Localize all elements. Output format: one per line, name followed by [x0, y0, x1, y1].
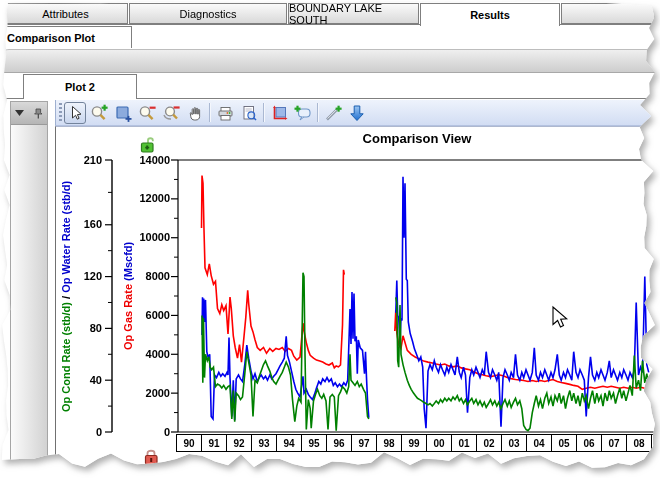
liquid-axis-tick-label: 0: [58, 426, 102, 439]
collapsed-panel-band: [0, 49, 660, 73]
liquid-axis-tick-label: 160: [58, 218, 102, 231]
unlocked-icon[interactable]: [140, 135, 157, 155]
cond-rate-axis-label: Op Cond Rate (stb/d): [60, 302, 72, 412]
pin-icon[interactable]: [33, 108, 43, 119]
collapsed-side-panel[interactable]: [10, 101, 48, 466]
annotation-bubble-icon: [294, 105, 312, 122]
zoom-in-icon: [90, 104, 108, 122]
pan-button[interactable]: [184, 102, 206, 124]
zoom-previous-icon: [162, 104, 180, 122]
locked-icon[interactable]: [143, 448, 160, 466]
toolbar-grip[interactable]: [59, 103, 62, 123]
zoom-out-icon: [138, 104, 156, 122]
printer-icon: [217, 105, 234, 122]
print-preview-button[interactable]: [238, 102, 260, 124]
year-tick-label: 92: [227, 435, 252, 451]
year-tick-label: 09: [652, 435, 657, 451]
add-annotation-button[interactable]: [292, 102, 314, 124]
liquid-axis-tick-label: 210: [58, 154, 102, 167]
pointer-tool-button[interactable]: [64, 102, 86, 124]
year-tick-label: 95: [302, 435, 327, 451]
pointer-icon: [67, 105, 83, 121]
zoom-previous-button[interactable]: [160, 102, 182, 124]
liquid-axis-tick-label: 40: [58, 374, 102, 387]
gas-axis-tick-label: 12000: [126, 192, 170, 205]
year-tick-label: 00: [427, 435, 452, 451]
tab-plot-2[interactable]: Plot 2: [23, 74, 137, 99]
plot-canvas[interactable]: [55, 126, 660, 470]
liquid-axis-title: Op Cond Rate (stb/d) / Op Water Rate (st…: [60, 160, 72, 432]
add-line-icon: [324, 105, 342, 122]
tab-diagnostics[interactable]: Diagnostics: [129, 3, 287, 24]
down-arrow-icon: [348, 104, 366, 122]
tab-label: Comparison Plot: [7, 32, 95, 44]
year-tick-label: 01: [452, 435, 477, 451]
year-tick-label: 98: [377, 435, 402, 451]
tab-comparison-plot[interactable]: Comparison Plot: [2, 26, 132, 48]
gas-axis-tick-label: 2000: [126, 387, 170, 400]
zoom-in-button[interactable]: [88, 102, 110, 124]
toolbar-separator: [263, 103, 264, 122]
print-preview-icon: [241, 105, 258, 122]
zoom-out-button[interactable]: [136, 102, 158, 124]
tab-label: Results: [470, 9, 510, 21]
print-button[interactable]: [214, 102, 236, 124]
toolbar-separator: [209, 103, 210, 122]
tab-label: Plot 2: [65, 81, 95, 93]
year-tick-label: 96: [327, 435, 352, 451]
liquid-axis-tick-label: 120: [58, 270, 102, 283]
gas-axis-tick-label: 4000: [126, 348, 170, 361]
tab-label: BOUNDARY LAKE SOUTH: [289, 2, 418, 26]
hand-icon: [187, 105, 203, 121]
zoom-box-button[interactable]: [112, 102, 134, 124]
plot-toolbar: [55, 100, 660, 126]
year-tick-label: 93: [252, 435, 277, 451]
year-tick-label: 04: [527, 435, 552, 451]
tabstrip-filler: [561, 3, 655, 24]
year-tick-label: 97: [352, 435, 377, 451]
tab-label: Diagnostics: [180, 8, 237, 20]
year-tick-label: 94: [277, 435, 302, 451]
x-axis-year-band: 9091929394959697989900010203040506070809: [176, 434, 657, 452]
year-tick-label: 05: [552, 435, 577, 451]
tab-boundary-lake-south[interactable]: BOUNDARY LAKE SOUTH: [288, 3, 419, 24]
tab-results[interactable]: Results: [420, 3, 560, 26]
gas-axis-tick-label: 6000: [126, 309, 170, 322]
tab-attributes[interactable]: Attributes: [3, 3, 128, 24]
year-tick-label: 07: [602, 435, 627, 451]
tab-label: Attributes: [42, 8, 88, 20]
year-tick-label: 03: [502, 435, 527, 451]
axis-properties-button[interactable]: [268, 102, 290, 124]
chart-title: Comparison View: [178, 131, 656, 146]
export-down-button[interactable]: [346, 102, 368, 124]
year-tick-label: 02: [477, 435, 502, 451]
gas-axis-tick-label: 8000: [126, 270, 170, 283]
year-tick-label: 90: [177, 435, 202, 451]
zoom-box-icon: [115, 105, 132, 122]
year-tick-label: 99: [402, 435, 427, 451]
collapse-arrow-icon[interactable]: [15, 110, 24, 116]
application-window: Attributes Diagnostics BOUNDARY LAKE SOU…: [0, 0, 660, 478]
side-panel-header: [11, 102, 47, 125]
liquid-axis-tick-label: 80: [58, 322, 102, 335]
screenshot-stage: Attributes Diagnostics BOUNDARY LAKE SOU…: [0, 0, 660, 478]
gas-axis-tick-label: 14000: [126, 154, 170, 167]
year-tick-label: 91: [202, 435, 227, 451]
toolbar-separator: [317, 103, 318, 122]
axis-properties-icon: [271, 105, 288, 122]
add-line-button[interactable]: [322, 102, 344, 124]
year-tick-label: 06: [577, 435, 602, 451]
gas-axis-tick-label: 10000: [126, 231, 170, 244]
gas-axis-tick-label: 0: [126, 426, 170, 439]
year-tick-label: 08: [627, 435, 652, 451]
